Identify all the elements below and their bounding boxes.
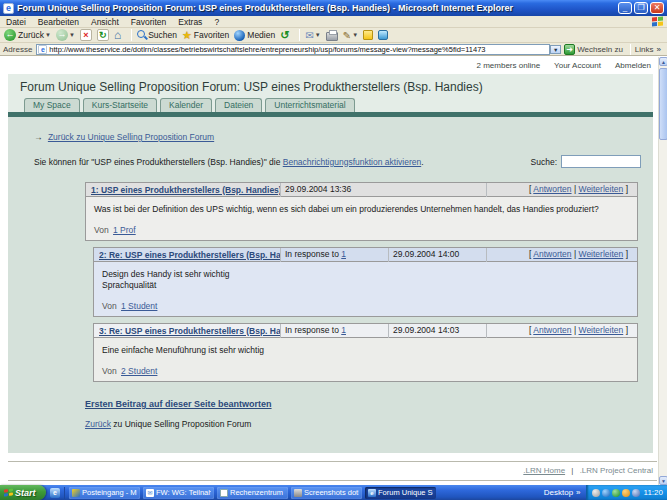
media-button[interactable]: Medien [234, 30, 275, 41]
lrn-project-central-link[interactable]: .LRN Project Central [580, 466, 653, 475]
forum-message-2: 2: Re: USP eines Produktherstellers (Bsp… [93, 247, 638, 317]
mail-button[interactable]: ✉ ▼ [305, 30, 320, 41]
menu-extras[interactable]: Extras [172, 17, 208, 27]
vertical-scrollbar[interactable]: ▲ ▼ [658, 57, 667, 485]
tray-icon[interactable] [592, 489, 600, 497]
go-button[interactable]: ➜ Wechseln zu [564, 44, 623, 55]
message-date: 29.09.2004 14:03 [388, 324, 486, 338]
history-button[interactable]: ↺ [280, 29, 289, 42]
tray-icon[interactable] [632, 489, 640, 497]
forward-link[interactable]: Weiterleiten [579, 249, 624, 259]
menu-ansicht[interactable]: Ansicht [85, 17, 125, 27]
forward-link[interactable]: Weiterleiten [579, 325, 624, 335]
messenger-button[interactable] [363, 30, 373, 40]
back-to-forum-row: → Zurück zu Unique Selling Proposition F… [8, 117, 653, 142]
in-response-link[interactable]: 1 [341, 325, 346, 335]
start-button[interactable]: Start [0, 485, 46, 500]
author-link[interactable]: 1 Prof [113, 225, 136, 235]
edit-dropdown-icon[interactable]: ▼ [352, 32, 358, 38]
home-button[interactable]: ⌂ [114, 29, 121, 41]
reply-first-post-link[interactable]: Ersten Beitrag auf dieser Seite beantwor… [85, 399, 272, 409]
logout-link[interactable]: Abmelden [615, 61, 651, 70]
links-chevron-icon[interactable]: » [657, 45, 661, 54]
minimize-button[interactable]: _ [618, 2, 632, 14]
reply-link[interactable]: Antworten [533, 249, 571, 259]
menu-favoriten[interactable]: Favoriten [125, 17, 172, 27]
message-subject-link[interactable]: 2: Re: USP eines Produktherstellers (Bsp… [99, 250, 280, 260]
forward-link[interactable]: Weiterleiten [579, 184, 624, 194]
pipe: | [574, 249, 576, 259]
forward-dropdown-icon[interactable]: ▼ [69, 32, 75, 38]
print-button[interactable] [326, 30, 338, 41]
address-input[interactable]: e http://www.theservice.de/dotlrn/classe… [36, 44, 550, 55]
message-subject-link[interactable]: 1: USP eines Produktherstellers (Bsp. Ha… [91, 185, 280, 195]
address-dropdown-icon[interactable]: ▼ [550, 45, 561, 54]
task-rechenzentrum[interactable]: Rechenzentrum Uni K... [217, 487, 288, 499]
tab-dateien[interactable]: Dateien [215, 98, 262, 112]
discuss-button[interactable] [378, 30, 388, 40]
scrollbar-thumb[interactable] [659, 68, 667, 140]
tab-unterrichtsmaterial[interactable]: Unterrichtsmaterial [265, 98, 354, 112]
favorites-button[interactable]: ★ Favoriten [182, 29, 229, 42]
in-response-label: In response to [285, 249, 339, 259]
forward-button[interactable]: → ▼ [56, 29, 75, 41]
task-label: Rechenzentrum Uni K... [230, 488, 285, 497]
go-arrow-icon: ➜ [564, 44, 575, 55]
back-button[interactable]: ← Zurück ▼ [4, 29, 51, 41]
links-label[interactable]: Links [635, 45, 654, 54]
address-url[interactable]: http://www.theservice.de/dotlrn/classes/… [49, 45, 548, 54]
back-to-forum-link[interactable]: Zurück zu Unique Selling Proposition For… [48, 132, 214, 142]
close-button[interactable]: ✕ [650, 2, 664, 14]
message-date: 29.09.2004 14:00 [388, 248, 486, 262]
mail-dropdown-icon[interactable]: ▼ [315, 32, 321, 38]
desktop-toolbar[interactable]: Desktop » [544, 488, 586, 497]
your-account-link[interactable]: Your Account [554, 61, 601, 70]
task-posteingang[interactable]: Posteingang - Micros... [69, 487, 140, 499]
author-link[interactable]: 1 Student [121, 301, 157, 311]
author-link[interactable]: 2 Student [121, 366, 157, 376]
scroll-up-button[interactable]: ▲ [659, 57, 667, 66]
address-bar: Adresse e http://www.theservice.de/dotlr… [0, 43, 667, 56]
search-button[interactable]: Suchen [137, 30, 177, 40]
menu-datei[interactable]: Datei [0, 17, 32, 27]
system-tray: 11:20 [586, 485, 667, 500]
refresh-button[interactable]: ↻ [97, 29, 109, 41]
windows-flag-icon [4, 488, 13, 496]
start-label: Start [15, 488, 36, 498]
notification-activate-link[interactable]: Benachrichtigungsfunktion aktivieren [283, 157, 421, 167]
back-dropdown-icon[interactable]: ▼ [45, 32, 51, 38]
menu-hilfe[interactable]: ? [208, 17, 225, 27]
reply-link[interactable]: Antworten [533, 325, 571, 335]
edit-button[interactable]: ✎ ▼ [343, 30, 358, 41]
reply-link[interactable]: Antworten [533, 184, 571, 194]
message-actions: [ Antworten | Weiterleiten ] [486, 324, 632, 338]
desktop-chevron-icon[interactable]: » [576, 488, 580, 497]
task-forum-active[interactable]: e Forum Unique Selling ... [365, 487, 436, 499]
forum-message-3: 3: Re: USP eines Produktherstellers (Bsp… [93, 323, 638, 382]
task-mail-message[interactable]: ✉ FW: WG: Teilnahme v... [143, 487, 214, 499]
stop-button[interactable]: × [80, 29, 92, 41]
tray-icon[interactable] [622, 489, 630, 497]
bracket: [ [529, 249, 531, 259]
lrn-home-link[interactable]: .LRN Home [523, 466, 565, 475]
in-response-link[interactable]: 1 [341, 249, 346, 259]
tab-kurs-startseite[interactable]: Kurs-Startseite [83, 98, 157, 112]
quick-launch-ie-icon[interactable]: e [50, 488, 60, 498]
tab-kalender[interactable]: Kalender [160, 98, 212, 112]
desktop-label: Desktop [544, 488, 573, 497]
tab-my-space[interactable]: My Space [24, 98, 80, 112]
forum-search-input[interactable] [561, 155, 641, 168]
menu-bearbeiten[interactable]: Bearbeiten [32, 17, 85, 27]
scroll-down-button[interactable]: ▼ [659, 476, 667, 485]
tray-icon[interactable] [612, 489, 620, 497]
edit-icon: ✎ [343, 30, 351, 41]
session-bar: 2 members online Your Account Abmelden [0, 57, 667, 72]
forum-content: → Zurück zu Unique Selling Proposition F… [8, 117, 653, 453]
message-header: 1: USP eines Produktherstellers (Bsp. Ha… [86, 183, 637, 197]
task-screenshots[interactable]: Screenshots dotLRN... [291, 487, 362, 499]
bottom-back-link[interactable]: Zurück [85, 419, 111, 429]
tray-icon[interactable] [602, 489, 610, 497]
quick-launch: e [46, 487, 65, 499]
restore-button[interactable]: ❐ [634, 2, 648, 14]
message-subject-link[interactable]: 3: Re: USP eines Produktherstellers (Bsp… [99, 326, 280, 336]
